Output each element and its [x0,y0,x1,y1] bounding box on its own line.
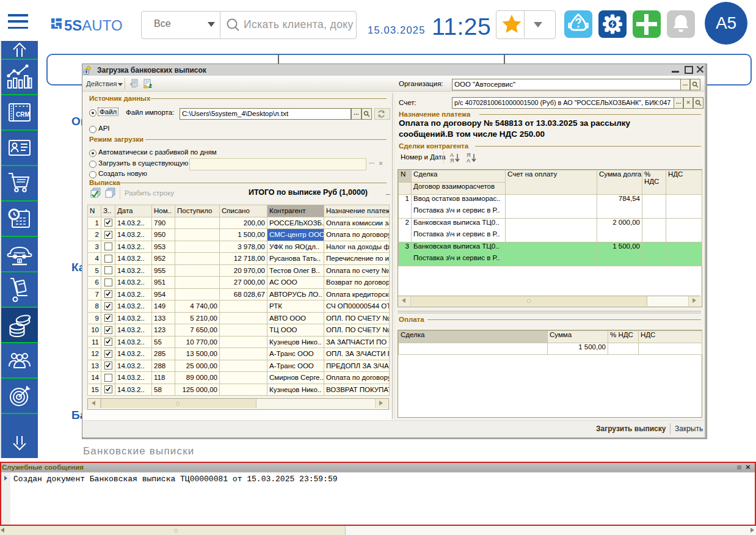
svg-text:Я: Я [450,158,454,164]
svg-text:CRM: CRM [16,111,30,118]
svg-text:А: А [467,158,470,164]
